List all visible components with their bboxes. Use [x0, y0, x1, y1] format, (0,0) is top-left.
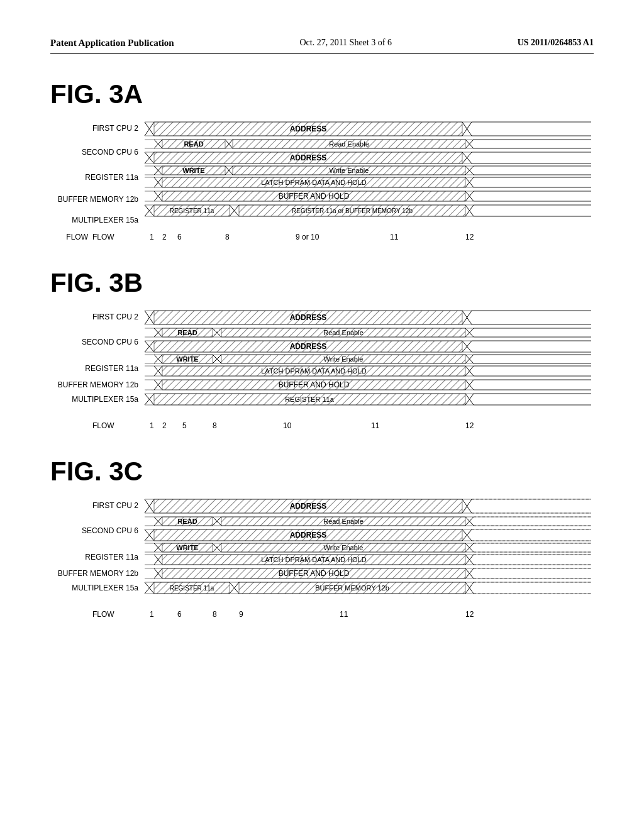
- svg-text:6: 6: [177, 233, 182, 241]
- svg-text:Read Enable: Read Enable: [329, 140, 369, 148]
- header-patent-number: US 2011/0264853 A1: [518, 38, 594, 48]
- svg-text:FLOW: FLOW: [92, 610, 114, 619]
- svg-text:1: 1: [150, 610, 154, 619]
- svg-text:10: 10: [283, 421, 292, 430]
- svg-text:MULTIPLEXER 15a: MULTIPLEXER 15a: [72, 584, 138, 592]
- svg-text:2: 2: [162, 421, 167, 430]
- fig3b-diagram: FIRST CPU 2 ADDRESS READ Read Enab: [57, 306, 597, 438]
- svg-text:ADDRESS: ADDRESS: [290, 502, 327, 511]
- fig3c-diagram: FIRST CPU 2 ADDRESS READ Re: [57, 494, 597, 626]
- svg-text:11: 11: [340, 610, 348, 619]
- svg-text:BUFFER MEMORY 12b: BUFFER MEMORY 12b: [58, 195, 139, 204]
- figure-3c: FIG. 3C FIRST CPU 2 ADDRESS: [50, 456, 594, 626]
- svg-text:FLOW: FLOW: [92, 233, 114, 241]
- svg-text:1: 1: [150, 233, 154, 241]
- svg-text:SECOND CPU 6: SECOND CPU 6: [82, 526, 138, 535]
- page-header: Patent Application Publication Oct. 27, …: [50, 38, 594, 54]
- svg-text:BUFFER MEMORY 12b: BUFFER MEMORY 12b: [58, 380, 139, 389]
- fig3a-title: FIG. 3A: [50, 79, 594, 109]
- figure-3b: FIG. 3B FIRST CPU 2 ADDRESS: [50, 268, 594, 438]
- svg-text:Read Enable: Read Enable: [323, 517, 364, 525]
- svg-text:WRITE: WRITE: [176, 544, 198, 551]
- svg-text:LATCH DPRAM DATA AND HOLD: LATCH DPRAM DATA AND HOLD: [261, 367, 367, 375]
- svg-text:12: 12: [465, 610, 474, 619]
- svg-text:READ: READ: [184, 140, 203, 148]
- svg-text:BUFFER AND HOLD: BUFFER AND HOLD: [279, 569, 350, 578]
- svg-text:FIRST CPU 2: FIRST CPU 2: [92, 501, 138, 510]
- svg-text:Write Enable: Write Enable: [324, 355, 364, 363]
- svg-text:12: 12: [465, 233, 474, 241]
- svg-text:9: 9: [239, 610, 243, 619]
- svg-text:REGISTER 11a: REGISTER 11a: [170, 585, 214, 592]
- svg-text:2: 2: [162, 233, 167, 241]
- fig3a-diagram: FIRST CPU 2 SECOND CPU 6 REGISTER 11a BU…: [57, 117, 597, 249]
- svg-text:REGISTER 11a: REGISTER 11a: [85, 553, 138, 562]
- svg-text:WRITE: WRITE: [182, 167, 204, 174]
- svg-text:SECOND CPU 6: SECOND CPU 6: [82, 338, 138, 346]
- svg-text:ADDRESS: ADDRESS: [290, 124, 327, 133]
- svg-text:REGISTER 11a or BUFFER MEMORY : REGISTER 11a or BUFFER MEMORY 12b: [292, 208, 413, 214]
- page: Patent Application Publication Oct. 27, …: [0, 0, 644, 830]
- svg-text:WRITE: WRITE: [176, 355, 198, 363]
- svg-text:BUFFER AND HOLD: BUFFER AND HOLD: [279, 380, 350, 389]
- svg-text:REGISTER 11a: REGISTER 11a: [85, 364, 138, 373]
- fig3b-title: FIG. 3B: [50, 268, 594, 298]
- svg-text:5: 5: [182, 421, 187, 430]
- svg-text:BUFFER MEMORY 12b: BUFFER MEMORY 12b: [315, 584, 389, 592]
- svg-text:Write Enable: Write Enable: [324, 544, 364, 551]
- svg-text:FLOW: FLOW: [92, 421, 114, 430]
- svg-text:FLOW: FLOW: [66, 233, 88, 241]
- svg-text:READ: READ: [177, 329, 197, 336]
- svg-text:LATCH DPRAM DATA AND HOLD: LATCH DPRAM DATA AND HOLD: [261, 556, 367, 563]
- svg-text:REGISTER 11a: REGISTER 11a: [170, 208, 214, 214]
- svg-text:12: 12: [465, 421, 474, 430]
- header-date-sheet: Oct. 27, 2011 Sheet 3 of 6: [299, 38, 391, 48]
- svg-text:9 or 10: 9 or 10: [296, 233, 319, 241]
- svg-text:11: 11: [371, 421, 380, 430]
- svg-text:Read Enable: Read Enable: [323, 329, 364, 336]
- svg-text:6: 6: [177, 610, 182, 619]
- svg-text:FIRST CPU 2: FIRST CPU 2: [92, 124, 138, 133]
- svg-text:READ: READ: [177, 517, 197, 525]
- svg-text:MULTIPLEXER 15a: MULTIPLEXER 15a: [72, 216, 138, 224]
- svg-text:11: 11: [390, 233, 399, 241]
- svg-text:ADDRESS: ADDRESS: [290, 342, 327, 351]
- header-publication-label: Patent Application Publication: [50, 38, 174, 48]
- fig3c-title: FIG. 3C: [50, 456, 594, 487]
- svg-text:8: 8: [213, 610, 217, 619]
- svg-text:8: 8: [225, 233, 230, 241]
- svg-text:ADDRESS: ADDRESS: [290, 153, 327, 162]
- svg-text:ADDRESS: ADDRESS: [290, 531, 327, 540]
- svg-text:BUFFER MEMORY 12b: BUFFER MEMORY 12b: [58, 569, 139, 578]
- svg-text:BUFFER AND HOLD: BUFFER AND HOLD: [279, 192, 350, 201]
- svg-text:MULTIPLEXER 15a: MULTIPLEXER 15a: [72, 395, 138, 404]
- svg-text:Write Enable: Write Enable: [330, 167, 369, 174]
- svg-text:1: 1: [150, 421, 154, 430]
- svg-text:SECOND CPU 6: SECOND CPU 6: [82, 148, 138, 157]
- svg-text:8: 8: [213, 421, 217, 430]
- svg-text:REGISTER 11a: REGISTER 11a: [85, 173, 138, 182]
- svg-text:REGISTER 11a: REGISTER 11a: [285, 396, 335, 403]
- svg-text:FIRST CPU 2: FIRST CPU 2: [92, 313, 138, 321]
- svg-text:LATCH DPRAM DATA AND HOLD: LATCH DPRAM DATA AND HOLD: [261, 179, 367, 186]
- figure-3a: FIG. 3A FIRST CPU 2 SECOND CPU 6 REGISTE…: [50, 79, 594, 249]
- svg-text:ADDRESS: ADDRESS: [290, 313, 327, 322]
